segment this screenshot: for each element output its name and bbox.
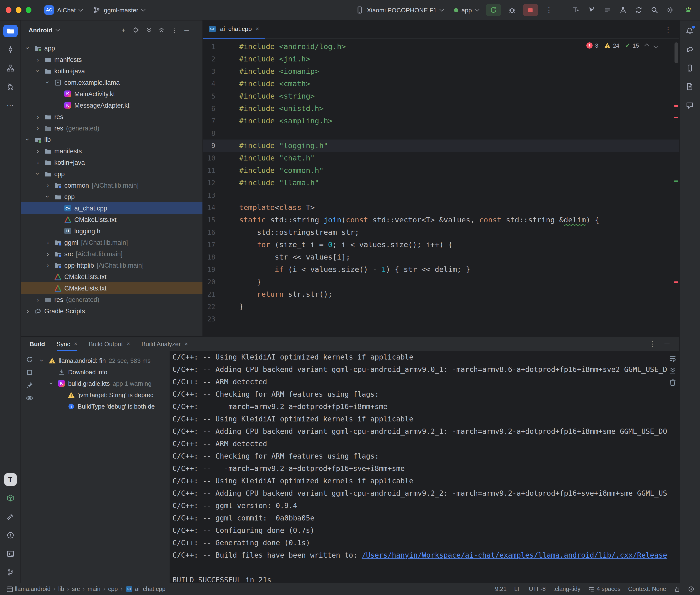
translate-tool-button[interactable]: T [4,473,17,485]
breadcrumb-item-src[interactable]: src [72,586,80,592]
project-view-selector[interactable]: Android [29,26,60,34]
tree-chevron-icon[interactable]: › [35,148,41,154]
stop-button[interactable] [523,4,538,16]
tree-chevron-icon[interactable]: › [45,262,51,268]
line-number[interactable]: 9 [203,140,215,152]
readonly-lock-widget[interactable] [674,586,680,592]
line-number[interactable]: 15 [203,214,215,226]
tree-item-res[interactable]: ›res(generated) [21,294,202,305]
scrollbar-thumb[interactable] [674,42,678,63]
pull-requests-tool-button[interactable] [3,81,18,93]
assistant-paw-icon[interactable] [681,4,695,16]
code-text[interactable]: #include <jni.h> [239,53,679,65]
error-stripe-mark[interactable] [674,117,678,118]
tree-item-manifests[interactable]: ›manifests [21,54,202,65]
line-number[interactable]: 17 [203,238,215,251]
problems-tool-button[interactable] [3,529,18,541]
tree-chevron-icon[interactable]: › [45,239,51,246]
tree-chevron-icon[interactable]: › [39,358,46,364]
code-line-15[interactable]: 15static std::string join(const std::vec… [203,214,679,226]
add-button[interactable]: + [121,26,125,34]
task-list-icon[interactable] [600,4,614,16]
line-number[interactable]: 13 [203,189,215,201]
sync-gradle-icon[interactable] [632,4,646,16]
window-close-button[interactable] [6,7,11,13]
code-text[interactable]: #include <cmath> [239,78,679,90]
code-line-22[interactable]: 22} [203,301,679,313]
breadcrumb-item-cpp[interactable]: cpp [108,586,118,592]
code-text[interactable]: std::ostringstream str; [239,226,679,238]
close-tab-icon[interactable]: × [256,25,259,32]
tree-item-res[interactable]: ›res(generated) [21,122,202,134]
code-text[interactable]: #include <iomanip> [239,65,679,78]
code-line-7[interactable]: 7#include <sampling.h> [203,115,679,127]
resync-icon[interactable] [26,356,33,363]
version-control-tool-button[interactable] [3,566,18,578]
inspection-level-widget[interactable] [688,586,694,592]
expand-all-button[interactable] [146,27,152,33]
tree-item-kotlin-java[interactable]: ›kotlin+java [21,65,202,77]
tree-chevron-icon[interactable]: › [35,56,41,63]
code-text[interactable] [239,313,679,325]
tree-item-lib[interactable]: ›lib [21,134,202,145]
line-number[interactable]: 6 [203,103,215,115]
line-number[interactable]: 4 [203,78,215,90]
tree-item-cmakelists-txt[interactable]: CMakeLists.txt [21,282,202,294]
line-number[interactable]: 3 [203,65,215,78]
errors-count[interactable]: ! 3 [586,42,598,49]
previous-problem-button[interactable] [645,42,648,49]
rerun-button[interactable] [486,4,501,16]
app-quality-insights-tool-button[interactable] [682,99,697,111]
code-text[interactable]: static std::string join(const std::vecto… [239,214,679,226]
close-tab-icon[interactable]: × [185,340,188,347]
tree-item-ggml[interactable]: ›ggml[AiChat.lib.main] [21,237,202,248]
code-line-4[interactable]: 4#include <cmath> [203,78,679,90]
tree-item-com-example-llama[interactable]: ›com.example.llama [21,77,202,88]
tree-chevron-icon[interactable]: › [25,308,31,314]
code-line-23[interactable]: 23 [203,313,679,325]
debug-button[interactable] [505,4,519,16]
line-number[interactable]: 12 [203,177,215,189]
project-tool-button[interactable] [3,25,18,37]
tree-item-gradle-scripts[interactable]: ›Gradle Scripts [21,305,202,317]
panel-options-kebab[interactable]: ⋮ [171,26,178,34]
tree-chevron-icon[interactable]: › [34,68,41,74]
terminal-tool-button[interactable] [3,547,18,560]
code-text[interactable]: #include <sampling.h> [239,115,679,127]
build-output-path-link[interactable]: /Users/hanyin/Workspace/ai-chat/examples… [362,551,667,560]
tree-chevron-icon[interactable]: › [25,45,31,51]
code-editor[interactable]: ! 3 24 [203,38,679,336]
scroll-to-end-icon[interactable] [669,367,676,374]
tree-item-cpp[interactable]: ›cpp [21,191,202,202]
code-text[interactable]: #include "common.h" [239,164,679,177]
indent-widget[interactable]: 4 spaces [588,586,620,592]
warnings-count[interactable]: 24 [604,42,619,49]
tree-item-logging-h[interactable]: Hlogging.h [21,225,202,237]
line-number[interactable]: 5 [203,90,215,103]
line-number[interactable]: 22 [203,301,215,313]
error-stripe-mark[interactable] [674,281,678,283]
line-number[interactable]: 23 [203,313,215,325]
code-text[interactable]: #include "logging.h" [239,140,679,152]
code-text[interactable]: template<class T> [239,201,679,214]
gradle-tool-button[interactable] [682,43,697,56]
next-problem-button[interactable] [654,42,657,49]
device-manager-tool-button[interactable] [682,62,697,74]
code-text[interactable]: #include "chat.h" [239,152,679,164]
code-text[interactable]: #include "llama.h" [239,177,679,189]
code-line-6[interactable]: 6#include <unistd.h> [203,103,679,115]
text-tool-icon[interactable] [568,4,583,16]
run-options-kebab[interactable]: ⋮ [542,4,556,16]
code-text[interactable] [239,189,679,201]
tree-chevron-icon[interactable]: › [45,194,51,200]
tree-item-cmakelists-txt[interactable]: CMakeLists.txt [21,214,202,225]
tree-item-kotlin-java[interactable]: ›kotlin+java [21,157,202,168]
code-line-20[interactable]: 20 } [203,276,679,288]
dependencies-tool-button[interactable] [3,492,18,504]
tree-chevron-icon[interactable]: › [35,125,41,132]
code-text[interactable]: #include <unistd.h> [239,103,679,115]
passed-count[interactable]: ✓ 15 [625,42,639,49]
code-line-19[interactable]: 19 if (i < values.size() - 1) { str << d… [203,263,679,276]
tree-item-cpp-httplib[interactable]: ›cpp-httplib[AiChat.lib.main] [21,259,202,271]
line-number[interactable]: 20 [203,276,215,288]
